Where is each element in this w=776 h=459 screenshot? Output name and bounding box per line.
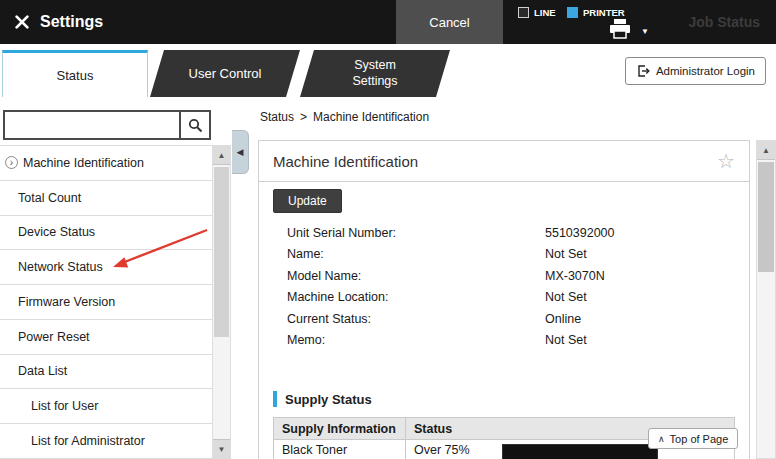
sidebar-item-device-status[interactable]: Device Status xyxy=(0,216,212,251)
printer-label: PRINTER xyxy=(583,7,625,18)
sidebar-item-machine-identification[interactable]: › Machine Identification xyxy=(0,146,212,181)
sidebar-search xyxy=(3,110,211,140)
breadcrumb: Status > Machine Identification xyxy=(260,110,429,124)
main-scrollbar[interactable]: ▲ xyxy=(756,140,776,459)
search-button[interactable] xyxy=(179,112,209,138)
sidebar-scrollbar[interactable]: ▲ ▼ xyxy=(212,145,231,459)
line-checkbox-icon xyxy=(518,7,529,18)
sidebar-collapse-handle[interactable]: ◀ xyxy=(232,130,249,174)
field-name: Name: Not Set xyxy=(273,244,735,266)
line-indicator: LINE xyxy=(518,7,556,18)
section-header: Machine Identification ☆ xyxy=(259,141,749,182)
chevron-up-icon: ∧ xyxy=(658,434,665,444)
favorite-star-icon[interactable]: ☆ xyxy=(717,151,735,171)
scroll-up-icon[interactable]: ▲ xyxy=(213,146,230,165)
breadcrumb-separator: > xyxy=(300,110,307,124)
printer-status-icon xyxy=(567,7,578,18)
app-brand: Settings xyxy=(12,0,103,44)
sidebar-item-power-reset[interactable]: Power Reset xyxy=(0,320,212,355)
update-button[interactable]: Update xyxy=(273,189,342,213)
field-memo: Memo: Not Set xyxy=(273,330,735,352)
sidebar-item-firmware-version[interactable]: Firmware Version xyxy=(0,285,212,320)
column-supply-information: Supply Information xyxy=(274,418,406,440)
breadcrumb-current: Machine Identification xyxy=(313,110,429,124)
expand-icon: › xyxy=(5,156,18,169)
breadcrumb-status-link[interactable]: Status xyxy=(260,110,294,124)
field-model-name: Model Name: MX-3070N xyxy=(273,265,735,287)
administrator-login-button[interactable]: Administrator Login xyxy=(625,57,766,85)
search-icon xyxy=(188,118,203,133)
sidebar-item-network-status[interactable]: Network Status xyxy=(0,250,212,285)
search-input[interactable] xyxy=(5,112,179,138)
sidebar-scrollbar-thumb[interactable] xyxy=(214,167,229,337)
printer-settings-app: Settings Cancel LINE PRINTER ▼ Job Statu… xyxy=(0,0,776,459)
scroll-down-icon[interactable]: ▼ xyxy=(213,439,230,458)
collapse-icon: ◀ xyxy=(237,147,244,157)
tab-user-control[interactable]: User Control xyxy=(150,50,300,97)
topbar: Settings Cancel LINE PRINTER ▼ Job Statu… xyxy=(0,0,776,44)
tab-bar: Status User Control System Settings Admi… xyxy=(0,44,776,97)
content-panel: Machine Identification ☆ Update Unit Ser… xyxy=(258,140,750,459)
scroll-up-icon[interactable]: ▲ xyxy=(757,141,775,160)
top-of-page-button[interactable]: ∧ Top of Page xyxy=(648,428,738,449)
field-machine-location: Machine Location: Not Set xyxy=(273,287,735,309)
job-status-button[interactable]: Job Status xyxy=(688,0,760,44)
field-unit-serial-number: Unit Serial Number: 5510392000 xyxy=(273,222,735,244)
sidebar-item-total-count[interactable]: Total Count xyxy=(0,181,212,216)
panel-body: Update Unit Serial Number: 5510392000 Na… xyxy=(259,182,749,459)
sidebar-item-data-list[interactable]: Data List xyxy=(0,355,212,390)
sidebar-item-list-for-user[interactable]: List for User xyxy=(0,389,212,424)
toner-status-text: Over 75% xyxy=(414,443,502,457)
line-label: LINE xyxy=(534,7,556,18)
cancel-button[interactable]: Cancel xyxy=(396,0,503,44)
sidebar-nav: › Machine Identification Total Count Dev… xyxy=(0,145,212,459)
toner-level-bar xyxy=(502,444,658,459)
tools-icon xyxy=(12,12,32,32)
login-icon xyxy=(636,64,650,78)
printer-indicator: PRINTER xyxy=(567,7,625,18)
printer-dropdown-icon[interactable]: ▼ xyxy=(641,27,649,36)
administrator-login-label: Administrator Login xyxy=(656,65,755,77)
printer-icon[interactable] xyxy=(608,19,634,39)
page-title: Machine Identification xyxy=(273,153,418,170)
field-current-status: Current Status: Online xyxy=(273,308,735,330)
supply-status-heading: Supply Status xyxy=(273,391,735,407)
main-scrollbar-thumb[interactable] xyxy=(758,162,774,272)
sidebar-item-list-for-administrator[interactable]: List for Administrator xyxy=(0,424,212,459)
section-accent-bar xyxy=(273,391,277,407)
app-title: Settings xyxy=(40,13,103,31)
supply-name-cell: Black Toner xyxy=(274,440,406,459)
tab-status[interactable]: Status xyxy=(2,50,148,97)
tab-system-settings[interactable]: System Settings xyxy=(300,50,450,97)
